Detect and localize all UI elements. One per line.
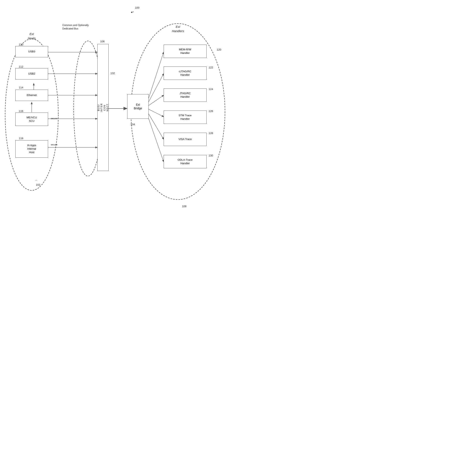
handlers-ellipse-label: ExIHandlers (157, 25, 198, 33)
visa-trace-box: VISA Trace (164, 133, 206, 146)
secure-label-2: secure (51, 143, 58, 146)
exi-bridge-box: ExIBridge (127, 94, 149, 119)
secure-label: secure (51, 117, 58, 119)
ref-128: 128 (209, 132, 213, 135)
ref-110: 110 (19, 43, 23, 46)
svg-line-11 (147, 95, 164, 106)
usb3-box: USB3 (15, 46, 48, 57)
ref-132: 132 (110, 72, 115, 75)
ref-118: 118 (19, 137, 23, 140)
svg-line-10 (147, 74, 164, 104)
ref-114: 114 (19, 86, 23, 89)
ref-100: 100 (135, 6, 140, 9)
svg-line-13 (147, 111, 164, 139)
ref-108: 108 (182, 205, 187, 208)
ethernet-box: Ethernet (15, 90, 48, 101)
ref-126: 126 (209, 110, 213, 113)
odla-trace-handler-box: ODLA-Trace Handler (164, 155, 206, 168)
bus-label-text: Common and OptionallyDedicated Bus (62, 24, 95, 31)
bus-interconnect-box: BUS/ INTER CON NECT (97, 44, 109, 171)
ref-120: 120 (217, 48, 221, 51)
usb2-box: USB2 (15, 68, 48, 79)
cjtag-rc-handler-box: cJTAG/RC Handler (164, 67, 206, 80)
svg-line-14 (147, 115, 164, 162)
ref-130: 130 (209, 154, 213, 157)
ia-apps-box: IA Apps Internal Host (15, 140, 48, 158)
ref-116: 116 (19, 110, 23, 113)
ref-104: 104 (131, 123, 135, 126)
ref-100-arrow: ↙ (130, 9, 135, 15)
me-vcu-scu-box: ME/VCU SCU (15, 113, 48, 126)
stm-trace-handler-box: STM Trace Handler (164, 110, 206, 124)
ref-122: 122 (209, 66, 213, 69)
ref-106: 106 (100, 40, 105, 43)
ref-112: 112 (19, 65, 23, 68)
mem-rw-handler-box: MEM-R/W Handler (164, 45, 206, 58)
hosts-ellipse-label: ExIHosts (16, 32, 47, 40)
diagram-container: 100 ↙ ExIHosts 102 ⌒ Common and Optional… (0, 0, 230, 238)
ref-102: 102 (36, 183, 40, 186)
ref-102-arrow: ⌒ (35, 180, 38, 183)
svg-line-9 (147, 52, 164, 102)
ref-124: 124 (209, 88, 213, 91)
svg-line-12 (147, 109, 164, 117)
jtag-rc-handler-box: JTAG/RC Handler (164, 88, 206, 102)
